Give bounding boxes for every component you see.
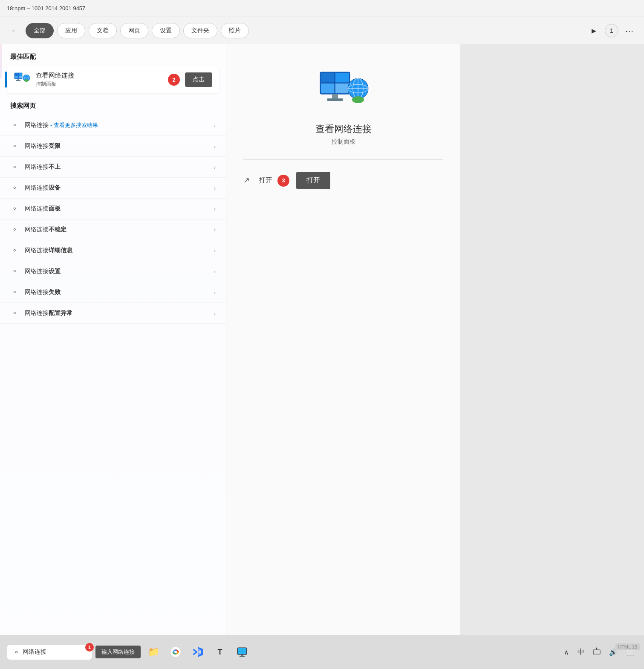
- detail-title: 查看网络连接: [315, 123, 372, 136]
- best-match-title: 最佳匹配: [0, 53, 226, 66]
- svg-rect-3: [19, 73, 22, 76]
- tray-network-icon[interactable]: [590, 646, 603, 658]
- svg-point-11: [24, 79, 29, 82]
- svg-line-12: [22, 76, 23, 77]
- svg-point-46: [596, 648, 598, 649]
- search-icon-8: ⚬: [10, 288, 19, 297]
- search-icon-2: ⚬: [10, 163, 19, 171]
- tab-all[interactable]: 全部: [26, 23, 54, 38]
- taskbar-search-box[interactable]: ⚬ 网络连接 1: [7, 645, 92, 660]
- search-icon-6: ⚬: [10, 246, 19, 255]
- svg-point-33: [174, 651, 177, 653]
- svg-rect-21: [332, 94, 338, 98]
- click-action-button[interactable]: 点击: [185, 72, 212, 87]
- detail-divider: [243, 159, 443, 160]
- svg-rect-2: [15, 73, 18, 76]
- search-web-item-8[interactable]: ⚬ 网络连接失败 ›: [0, 282, 226, 303]
- tab-web[interactable]: 网页: [120, 23, 148, 38]
- search-item-text-3: 网络连接设备: [25, 184, 208, 192]
- best-match-item[interactable]: 查看网络连接 控制面板 2 点击: [7, 66, 219, 93]
- search-icon-3: ⚬: [10, 184, 19, 192]
- svg-rect-15: [321, 73, 335, 83]
- search-web-item-6[interactable]: ⚬ 网络连接详细信息 ›: [0, 240, 226, 261]
- search-icon-7: ⚬: [10, 267, 19, 276]
- left-results-panel: 最佳匹配: [0, 44, 226, 635]
- detail-open-row: ↗ 打开 3 打开: [243, 172, 443, 189]
- right-detail-panel: 查看网络连接 控制面板 ↗ 打开 3 打开: [226, 44, 460, 635]
- chevron-right-5: ›: [214, 227, 216, 233]
- svg-marker-35: [198, 647, 203, 657]
- taskbar-vscode[interactable]: [188, 643, 207, 661]
- taskbar-search-badge: 1: [85, 643, 94, 652]
- chevron-right-0: ›: [214, 122, 216, 129]
- search-item-text-7: 网络连接设置: [25, 268, 208, 275]
- detail-subtitle: 控制面板: [332, 138, 355, 146]
- search-item-text-5: 网络连接不稳定: [25, 226, 208, 234]
- chevron-right-2: ›: [214, 164, 216, 170]
- search-web-item-2[interactable]: ⚬ 网络连接不上 ›: [0, 157, 226, 178]
- search-item-text-4: 网络连接面板: [25, 205, 208, 213]
- play-button[interactable]: ▶: [586, 23, 601, 38]
- open-action-button[interactable]: 打开: [296, 172, 330, 189]
- chevron-right-6: ›: [214, 248, 216, 254]
- search-item-text-6: 网络连接详细信息: [25, 247, 208, 254]
- network-connection-icon: [14, 71, 31, 88]
- tray-keyboard-icon[interactable]: 中: [575, 646, 587, 658]
- best-match-subtitle: 控制面板: [36, 81, 163, 88]
- search-icon-9: ⚬: [10, 309, 19, 317]
- svg-rect-18: [335, 84, 349, 93]
- search-icon-0: ⚬: [10, 121, 19, 130]
- taskbar: ⚬ 网络连接 1 输入网络连接 📁 T: [0, 635, 644, 669]
- search-item-text-0: 网络连接 - 查看更多搜索结果: [25, 121, 208, 129]
- step-badge-2: 2: [168, 74, 180, 86]
- chevron-right-4: ›: [214, 206, 216, 212]
- taskbar-chrome[interactable]: [166, 643, 185, 661]
- taskbar-input-badge: 输入网络连接: [95, 646, 141, 658]
- chevron-right-9: ›: [214, 310, 216, 317]
- tray-expand-icon[interactable]: ∧: [561, 646, 572, 658]
- taskbar-network-monitor[interactable]: [233, 643, 251, 661]
- tab-settings[interactable]: 设置: [152, 23, 180, 38]
- search-web-item-5[interactable]: ⚬ 网络连接不稳定 ›: [0, 219, 226, 240]
- search-icon-4: ⚬: [10, 205, 19, 213]
- svg-rect-7: [16, 80, 20, 81]
- svg-rect-16: [335, 73, 349, 83]
- tab-photos[interactable]: 照片: [221, 23, 249, 38]
- chevron-right-3: ›: [214, 185, 216, 191]
- svg-rect-6: [17, 79, 19, 80]
- chevron-right-7: ›: [214, 268, 216, 275]
- taskbar-search-icon: ⚬: [14, 648, 19, 656]
- title-bar-text: 18:npm – 1001 2014 2001 9457: [7, 5, 85, 12]
- back-button[interactable]: ←: [7, 23, 22, 38]
- search-item-text-8: 网络连接失败: [25, 288, 208, 296]
- tab-docs[interactable]: 文档: [89, 23, 117, 38]
- chevron-right-8: ›: [214, 289, 216, 296]
- more-button[interactable]: ···: [622, 23, 637, 38]
- search-web-title: 搜索网页: [0, 93, 226, 115]
- taskbar-file-explorer[interactable]: 📁: [144, 643, 163, 661]
- chevron-right-1: ›: [214, 143, 216, 150]
- taskbar-text-editor[interactable]: T: [211, 643, 229, 661]
- open-external-icon: ↗: [243, 176, 254, 186]
- best-match-name: 查看网络连接: [36, 72, 163, 80]
- search-item-text-9: 网络连接配置异常: [25, 309, 208, 317]
- search-web-item-3[interactable]: ⚬ 网络连接设备 ›: [0, 178, 226, 199]
- search-item-text-2: 网络连接不上: [25, 163, 208, 171]
- best-match-info: 查看网络连接 控制面板: [36, 72, 163, 88]
- tab-apps[interactable]: 应用: [57, 23, 85, 38]
- svg-point-28: [352, 96, 364, 103]
- search-web-item-9[interactable]: ⚬ 网络连接配置异常 ›: [0, 303, 226, 324]
- search-web-item-1[interactable]: ⚬ 网络连接受限 ›: [0, 136, 226, 157]
- svg-marker-34: [193, 649, 198, 655]
- search-icon-1: ⚬: [10, 142, 19, 150]
- search-web-item-7[interactable]: ⚬ 网络连接设置 ›: [0, 261, 226, 282]
- search-web-item-0[interactable]: ⚬ 网络连接 - 查看更多搜索结果 ›: [0, 115, 226, 136]
- search-icon-5: ⚬: [10, 225, 19, 234]
- tab-folders[interactable]: 文件夹: [183, 23, 217, 38]
- search-item-text-1: 网络连接受限: [25, 142, 208, 150]
- open-label: 打开: [259, 176, 272, 185]
- svg-rect-5: [19, 76, 22, 78]
- title-bar: 18:npm – 1001 2014 2001 9457: [0, 0, 644, 17]
- search-web-item-4[interactable]: ⚬ 网络连接面板 ›: [0, 199, 226, 219]
- detail-network-icon: [318, 70, 369, 112]
